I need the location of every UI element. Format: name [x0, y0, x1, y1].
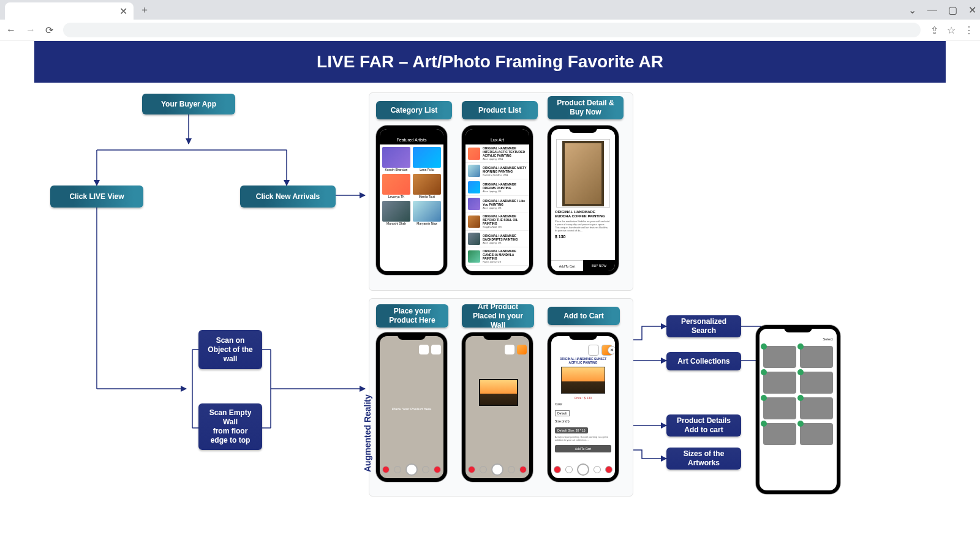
select-grid: [760, 342, 837, 449]
cam-icon[interactable]: [508, 466, 515, 473]
close-tab-icon[interactable]: ✕: [119, 6, 127, 17]
shutter-icon[interactable]: [491, 463, 503, 476]
back-icon[interactable]: ←: [6, 24, 16, 36]
product-subtitle: Rama Lahav, US: [483, 260, 527, 263]
browser-tab[interactable]: ✕: [5, 2, 134, 20]
product-row[interactable]: ORIGINAL HANDMADE INTERGALACTIC TEXTURED…: [466, 144, 529, 163]
ar-toolbar-icon[interactable]: [505, 345, 514, 354]
product-row[interactable]: ORIGINAL HANDMADE BACKDRIFTS PAINTINGAli…: [466, 231, 529, 247]
camera-bar: [380, 463, 443, 476]
chevron-down-icon[interactable]: ⌄: [908, 4, 916, 16]
select-label[interactable]: Select: [760, 336, 837, 342]
node-scan-object: Scan on Object of the wall: [198, 330, 262, 369]
art-tile[interactable]: [800, 423, 833, 445]
artist-thumb: [413, 147, 441, 168]
callout-art-collections: Art Collections: [666, 352, 741, 370]
buy-now-button[interactable]: BUY NOW: [583, 260, 615, 271]
close-icon[interactable]: ✕: [608, 346, 615, 354]
cam-close-icon[interactable]: [382, 466, 390, 473]
kebab-icon[interactable]: ⋮: [964, 24, 974, 36]
forward-icon[interactable]: →: [26, 24, 36, 36]
phone-product-list: Lux Art ORIGINAL HANDMADE INTERGALACTIC …: [462, 126, 533, 275]
detail-desc: Place the meditative Buddha on your wall…: [555, 220, 611, 226]
product-hero-image: [562, 141, 604, 206]
ar-hint: Place Your Product here: [380, 407, 443, 411]
close-window-icon[interactable]: ✕: [968, 4, 976, 16]
share-icon[interactable]: ⇪: [930, 24, 938, 36]
artist-name: Lana Fulto: [413, 168, 441, 171]
ar-toolbar-icon[interactable]: [431, 345, 441, 354]
minimize-icon[interactable]: —: [927, 4, 937, 15]
camera-bar: [551, 463, 615, 476]
product-title: ORIGINAL HANDMADE GANESHA MANDALA PAINTI…: [483, 249, 527, 260]
art-tile[interactable]: [800, 346, 833, 368]
label-add-cart: Add to Cart: [548, 307, 620, 325]
label-placed-wall: Art Product Placed in your Wall: [462, 304, 534, 328]
phone-ar-addcart: ✕ ORIGINAL HANDMADE SUNSET ACRYLIC PAINT…: [548, 332, 619, 482]
product-thumb: [468, 165, 480, 177]
product-row[interactable]: ORIGINAL HANDMADE I Like You PAINTINGAli…: [466, 196, 529, 212]
callout-sizes: Sizes of the Artworks: [666, 448, 741, 470]
ar-addcart-button[interactable]: Add To Cart: [555, 445, 611, 452]
artist-thumb: [382, 201, 410, 222]
cam-close-icon[interactable]: [554, 466, 561, 473]
ar-toolbar-icon[interactable]: [419, 345, 429, 354]
node-buyer-app: Your Buyer App: [142, 94, 235, 114]
artist-name: Manila Tauti: [413, 195, 441, 198]
ar-toolbar-icon[interactable]: [588, 345, 599, 356]
artist-name: Maryamin Niaz: [413, 222, 441, 225]
maximize-icon[interactable]: ▢: [948, 4, 957, 16]
address-bar[interactable]: [63, 23, 921, 37]
artist-name: Lavanya TK: [382, 195, 410, 198]
artist-thumb: [413, 174, 441, 195]
product-row[interactable]: ORIGINAL HANDMADE MISTY MORNING PAINTING…: [466, 163, 529, 179]
cam-icon[interactable]: [422, 466, 429, 473]
artist-thumb: [382, 174, 410, 195]
cam-icon[interactable]: [594, 466, 601, 473]
diagram-canvas: Your Buyer App Click LIVE View Click New…: [34, 83, 946, 530]
art-tile[interactable]: [763, 372, 796, 394]
ar-art-on-wall: [479, 379, 518, 406]
callout-product-details: Product Details Add to cart: [666, 414, 741, 437]
product-row[interactable]: ORIGINAL HANDMADE BEYOND THE SOUL OIL PA…: [466, 212, 529, 231]
browser-toolbar: ← → ⟳ ⇪ ☆ ⋮: [0, 20, 980, 41]
product-title: ORIGINAL HANDMADE INTERGALACTIC TEXTURED…: [483, 146, 527, 157]
product-row[interactable]: ORIGINAL HANDMADE DREAMS PAINTINGAlice L…: [466, 179, 529, 196]
cam-icon[interactable]: [480, 466, 487, 473]
product-thumb: [468, 216, 480, 228]
cam-close-icon[interactable]: [468, 466, 475, 473]
product-title: ORIGINAL HANDMADE BACKDRIFTS PAINTING: [483, 234, 527, 241]
art-tile[interactable]: [763, 346, 796, 368]
product-thumb: [468, 198, 480, 210]
ar-color-label: Color: [555, 402, 611, 406]
reload-icon[interactable]: ⟳: [45, 24, 53, 36]
product-title: ORIGINAL HANDMADE I Like You PAINTING: [483, 199, 527, 206]
shutter-icon[interactable]: [405, 463, 418, 476]
cam-icon[interactable]: [394, 466, 401, 473]
artist-thumb: [413, 201, 441, 222]
art-tile[interactable]: [763, 423, 796, 445]
node-new-arrivals: Click New Arrivals: [240, 186, 336, 208]
artist-name: Manushi Shah: [382, 222, 410, 225]
art-tile[interactable]: [800, 397, 833, 419]
label-place-product: Place your Product Here: [376, 304, 448, 328]
detail-title: ORIGINAL HANDMADE BUDDHA COFFEE PAINTING: [555, 210, 611, 219]
art-tile[interactable]: [800, 372, 833, 394]
star-icon[interactable]: ☆: [947, 24, 956, 36]
art-tile[interactable]: [763, 397, 796, 419]
cam-icon[interactable]: [565, 466, 573, 473]
ar-product-chip[interactable]: [517, 345, 527, 354]
callout-personalized-search: Personalized Search: [666, 315, 741, 337]
ar-color-value[interactable]: Default: [555, 410, 570, 416]
ar-size-value[interactable]: Default Size: 20 * 16: [555, 427, 588, 433]
cam-icon[interactable]: [434, 466, 441, 473]
cam-icon[interactable]: [519, 466, 527, 473]
product-row[interactable]: ORIGINAL HANDMADE GANESHA MANDALA PAINTI…: [466, 247, 529, 266]
detail-desc2: This unique, handmade wall art features …: [555, 226, 611, 232]
add-to-cart-button[interactable]: Add To Cart: [551, 260, 583, 271]
new-tab-icon[interactable]: ＋: [140, 4, 149, 17]
phone-product-detail: ORIGINAL HANDMADE BUDDHA COFFEE PAINTING…: [548, 126, 619, 275]
cam-icon[interactable]: [605, 466, 612, 473]
shutter-icon[interactable]: [577, 463, 589, 476]
label-category-list: Category List: [376, 101, 452, 119]
